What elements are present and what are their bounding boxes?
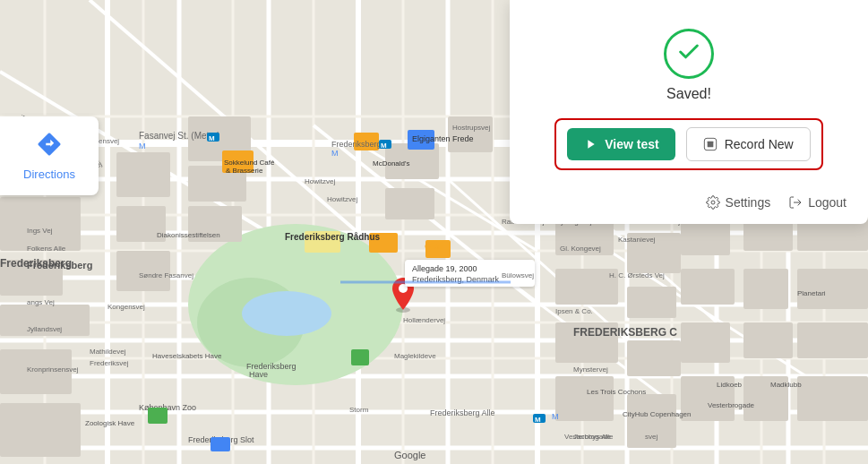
svg-point-44 — [242, 291, 331, 336]
svg-text:svej: svej — [645, 433, 657, 441]
saved-text: Saved! — [666, 86, 711, 102]
svg-text:Olioli: Olioli — [425, 242, 443, 251]
svg-text:Sokkelund Café: Sokkelund Café — [224, 159, 275, 167]
svg-rect-72 — [681, 322, 730, 363]
svg-rect-49 — [0, 403, 81, 457]
svg-text:Lidkoeb: Lidkoeb — [717, 381, 743, 389]
svg-text:Haveselskabets Have: Haveselskabets Have — [152, 352, 222, 360]
svg-text:Mynstervej: Mynstervej — [573, 365, 608, 374]
svg-text:Gl. Kongevej: Gl. Kongevej — [560, 245, 601, 253]
logout-label: Logout — [808, 195, 847, 210]
svg-text:Frederiksberg Rådhus: Frederiksberg Rådhus — [285, 232, 381, 242]
directions-icon — [36, 131, 63, 164]
svg-rect-83 — [797, 376, 868, 421]
svg-rect-45 — [0, 197, 81, 251]
svg-text:M: M — [552, 412, 559, 421]
svg-text:M: M — [381, 142, 387, 150]
svg-text:M: M — [139, 142, 146, 150]
svg-text:Mathildevej: Mathildevej — [90, 348, 126, 356]
svg-text:M: M — [331, 149, 339, 158]
svg-text:Elgiganten Frede: Elgiganten Frede — [412, 134, 474, 143]
svg-rect-76 — [743, 269, 788, 309]
svg-text:Frederiksberg Alle: Frederiksberg Alle — [430, 408, 495, 417]
svg-text:Zoologisk Have: Zoologisk Have — [85, 419, 135, 427]
svg-rect-67 — [627, 340, 681, 376]
svg-text:Hollændervej: Hollændervej — [403, 316, 445, 324]
svg-rect-66 — [555, 376, 614, 421]
svg-text:Frederiksvej: Frederiksvej — [90, 359, 129, 367]
svg-text:Kronprinsensvej: Kronprinsensvej — [27, 365, 79, 374]
svg-text:Storm: Storm — [349, 406, 369, 414]
svg-text:Kastanievej: Kastanievej — [618, 236, 656, 244]
svg-point-170 — [711, 201, 715, 204]
svg-text:Google: Google — [394, 450, 425, 460]
svg-text:FREDERIKSBERG C: FREDERIKSBERG C — [573, 326, 677, 339]
svg-text:ensvej: ensvej — [99, 137, 119, 145]
action-buttons-row: View test Record New — [554, 118, 822, 170]
svg-text:Madklubb: Madklubb — [770, 381, 802, 389]
svg-rect-57 — [385, 188, 434, 219]
svg-text:Bülowsvej: Bülowsvej — [502, 271, 534, 279]
svg-text:Diakonissestiftelsen: Diakonissestiftelsen — [157, 231, 220, 239]
svg-rect-159 — [351, 349, 369, 365]
svg-text:Planetari: Planetari — [797, 289, 826, 297]
svg-text:Frederiksberg: Frederiksberg — [331, 140, 382, 149]
svg-text:Søndre Fasanvej: Søndre Fasanvej — [139, 271, 193, 279]
svg-rect-50 — [116, 152, 170, 197]
settings-label: Settings — [726, 195, 771, 210]
svg-text:Les Trois Cochons: Les Trois Cochons — [587, 388, 646, 396]
svg-text:Hostrupsvej: Hostrupsvej — [452, 124, 490, 132]
svg-text:Howitzvej: Howitzvej — [327, 195, 357, 203]
directions-panel[interactable]: Directions — [0, 116, 99, 195]
svg-rect-64 — [627, 287, 676, 318]
svg-text:M: M — [209, 134, 215, 142]
svg-text:Ings Vej: Ings Vej — [27, 227, 53, 235]
svg-text:Allegade 19, 2000: Allegade 19, 2000 — [412, 264, 477, 273]
svg-rect-77 — [743, 322, 793, 358]
svg-rect-169 — [707, 142, 713, 148]
svg-rect-161 — [211, 437, 230, 451]
svg-text:Vesterbrogade: Vesterbrogade — [708, 401, 755, 409]
logout-link[interactable]: Logout — [788, 195, 847, 210]
svg-rect-71 — [681, 269, 735, 305]
svg-rect-82 — [797, 322, 868, 358]
svg-text:Maglekildeve: Maglekildeve — [394, 352, 436, 360]
view-test-button[interactable]: View test — [567, 128, 675, 160]
svg-text:Ipsen & Co.: Ipsen & Co. — [555, 307, 593, 315]
svg-text:Have: Have — [249, 370, 268, 379]
svg-text:H. C. Ørsteds Vej: H. C. Ørsteds Vej — [609, 271, 665, 279]
svg-text:Jyllandsvej: Jyllandsvej — [27, 325, 62, 333]
record-new-button[interactable]: Record New — [686, 127, 811, 161]
settings-link[interactable]: Settings — [706, 195, 771, 210]
saved-popup: Saved! View test Record New Settings — [510, 0, 868, 224]
svg-text:& Brasserie: & Brasserie — [226, 167, 263, 175]
svg-text:M: M — [535, 416, 541, 424]
svg-text:Jacobys Alle: Jacobys Alle — [573, 433, 614, 441]
bottom-links-row: Settings Logout — [531, 185, 847, 224]
svg-text:Folkens Alle: Folkens Alle — [27, 245, 66, 253]
svg-rect-160 — [148, 408, 168, 424]
view-test-label: View test — [605, 137, 658, 151]
svg-text:København Zoo: København Zoo — [139, 403, 196, 412]
check-circle — [664, 29, 714, 79]
svg-text:McDonald's: McDonald's — [373, 159, 410, 168]
check-icon — [676, 39, 701, 69]
svg-text:angs Vej: angs Vej — [27, 298, 55, 306]
svg-text:Howitzvej: Howitzvej — [305, 177, 335, 185]
record-new-label: Record New — [725, 137, 794, 151]
directions-label: Directions — [23, 168, 75, 181]
svg-text:Kongensvej: Kongensvej — [107, 303, 145, 311]
svg-text:CityHub Copenhagen: CityHub Copenhagen — [623, 410, 692, 418]
svg-text:Frederiksberg: Frederiksberg — [0, 257, 72, 270]
